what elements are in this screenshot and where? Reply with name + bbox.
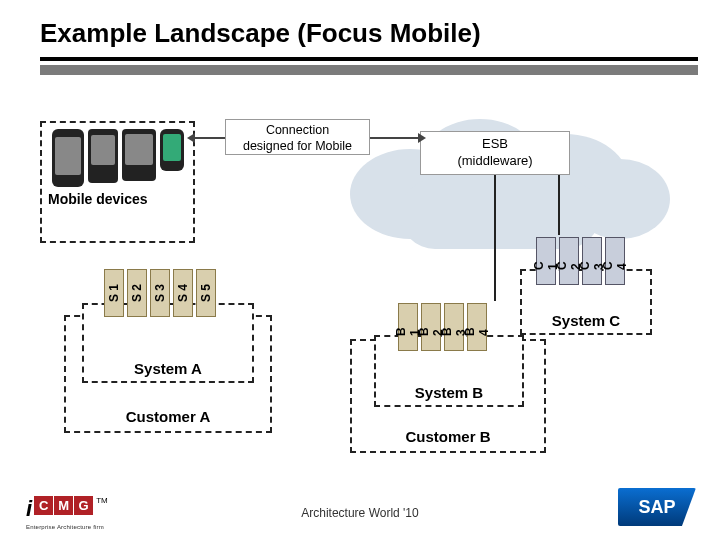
sap-logo: SAP: [618, 488, 696, 526]
slide-title: Example Landscape (Focus Mobile): [0, 0, 720, 57]
phone-icon: [122, 129, 156, 181]
connection-label-box: Connection designed for Mobile: [225, 119, 370, 155]
service-pillar: C 3: [582, 237, 602, 285]
phone-icon: [52, 129, 84, 187]
footer: Architecture World '10 i C M G TM Enterp…: [0, 480, 720, 540]
logo-tile: C: [34, 496, 53, 515]
service-pillar: B 2: [421, 303, 441, 351]
connector-esb-systemc: [558, 175, 560, 235]
customer-b-label: Customer B: [352, 428, 544, 445]
service-pillar: B 3: [444, 303, 464, 351]
connection-label-line2: designed for Mobile: [226, 138, 369, 154]
trademark: TM: [96, 496, 108, 505]
service-pillar: S 4: [173, 269, 193, 317]
service-pillar: B 1: [398, 303, 418, 351]
customer-a-label: Customer A: [66, 408, 270, 425]
customer-b-group: B 1 B 2 B 3 B 4 System B Customer B: [350, 339, 546, 453]
service-pillar: S 1: [104, 269, 124, 317]
icmg-logo: i C M G TM Enterprise Architecture firm: [26, 496, 108, 530]
system-c-services: C 1 C 2 C 3 C 4: [536, 237, 625, 285]
connector-esb-systemb: [494, 175, 496, 301]
esb-box: ESB (middleware): [420, 131, 570, 175]
system-c-label: System C: [522, 312, 650, 329]
service-pillar: B 4: [467, 303, 487, 351]
footer-caption: Architecture World '10: [0, 506, 720, 520]
system-a-label: System A: [84, 360, 252, 377]
connection-label-line1: Connection: [226, 122, 369, 138]
mobile-devices-group: Mobile devices: [40, 121, 195, 243]
system-a-services: S 1 S 2 S 3 S 4 S 5: [104, 269, 216, 317]
phone-icon: [88, 129, 118, 183]
logo-tile: G: [74, 496, 93, 515]
arrow-conn-to-mobiles: [195, 137, 225, 139]
service-pillar: S 3: [150, 269, 170, 317]
arrow-conn-to-esb: [370, 137, 418, 139]
title-rule: [40, 57, 698, 75]
mobile-devices-label: Mobile devices: [42, 189, 193, 211]
system-b-services: B 1 B 2 B 3 B 4: [398, 303, 487, 351]
service-pillar: C 4: [605, 237, 625, 285]
service-pillar: S 5: [196, 269, 216, 317]
esb-label-line1: ESB: [421, 136, 569, 153]
system-c-group: C 1 C 2 C 3 C 4 System C: [520, 269, 652, 335]
diagram-canvas: ESB (middleware) Mobile devices Connecti…: [0, 81, 720, 481]
service-pillar: C 2: [559, 237, 579, 285]
phone-icon: [160, 129, 184, 171]
system-a-group: S 1 S 2 S 3 S 4 S 5 System A: [82, 303, 254, 383]
esb-label-line2: (middleware): [421, 153, 569, 170]
system-b-group: B 1 B 2 B 3 B 4 System B: [374, 335, 524, 407]
logo-subtitle: Enterprise Architecture firm: [26, 524, 104, 530]
customer-a-group: S 1 S 2 S 3 S 4 S 5 System A Customer A: [64, 315, 272, 433]
service-pillar: C 1: [536, 237, 556, 285]
service-pillar: S 2: [127, 269, 147, 317]
system-b-label: System B: [376, 384, 522, 401]
logo-tile: M: [54, 496, 73, 515]
